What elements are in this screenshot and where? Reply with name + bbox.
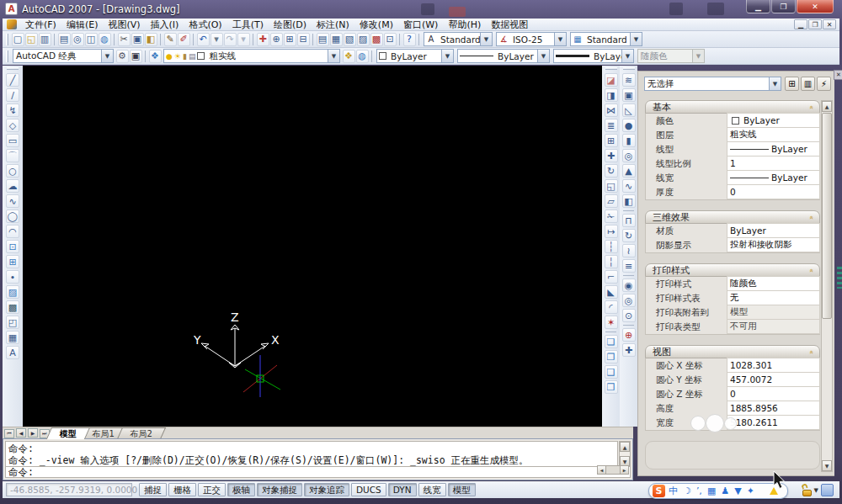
menu-item[interactable]: 修改(M) — [354, 19, 398, 31]
chevron-down-icon[interactable]: ▼ — [101, 50, 113, 62]
linetype-combo[interactable]: ByLayer ▼ — [457, 49, 550, 63]
stretch-icon[interactable]: ▱ — [605, 194, 618, 208]
properties-icon[interactable]: ▤ — [317, 33, 329, 46]
menu-item[interactable]: 工具(T) — [227, 19, 269, 31]
scroll-left-icon[interactable]: ◀ — [597, 465, 606, 475]
layer-lock-icon[interactable]: ▮ — [183, 52, 187, 61]
menu-item[interactable]: 窗口(W) — [398, 19, 443, 31]
property-value[interactable]: ByLayer — [727, 141, 820, 157]
extend-icon[interactable]: ↦ — [605, 225, 618, 238]
coordinate-display[interactable]: -46.8585, -257.9319, 0.0000 — [6, 483, 132, 496]
status-toggle-对象追踪[interactable]: 对象追踪 — [304, 483, 349, 496]
scrollbar-thumb[interactable] — [822, 113, 832, 319]
revision-cloud-icon[interactable]: ☁ — [6, 179, 19, 193]
fillet-icon[interactable]: ◜ — [605, 300, 618, 314]
block-editor-icon[interactable]: ✐ — [178, 33, 190, 46]
child-close-button[interactable]: ✕ — [823, 19, 836, 29]
ime-skin-icon[interactable]: ▼ — [734, 484, 741, 498]
collapse-chevron-icon[interactable]: « — [807, 350, 815, 354]
section-header[interactable]: 三维效果« — [645, 210, 820, 224]
chevron-down-icon[interactable]: ▼ — [630, 33, 642, 45]
ime-punct-icon[interactable]: ’, — [696, 484, 702, 498]
text-style-combo[interactable]: A Standard ▼ — [424, 32, 493, 46]
status-toggle-极轴[interactable]: 极轴 — [227, 483, 255, 496]
cone-icon[interactable]: ▲ — [622, 164, 636, 178]
insert-block-icon[interactable]: ⊡ — [6, 240, 19, 253]
polygon-icon[interactable]: ◇ — [6, 119, 19, 132]
bring-to-front-icon[interactable]: ❏ — [605, 335, 618, 348]
property-value[interactable]: 1 — [727, 156, 820, 171]
erase-icon[interactable]: ◪ — [605, 73, 618, 87]
union-icon[interactable]: ◉ — [622, 279, 636, 292]
copy-object-icon[interactable]: ◨ — [605, 88, 618, 102]
copy-icon[interactable]: ▣ — [131, 33, 144, 46]
undo-dropdown-icon[interactable]: ▾ — [210, 33, 223, 46]
tab-nav-button[interactable]: ▶ — [28, 428, 38, 438]
tab-布局2[interactable]: 布局2 — [117, 427, 167, 439]
tray-chevron-icon[interactable]: ▼ — [814, 487, 818, 494]
ime-tools-icon[interactable]: ✦ — [747, 484, 754, 498]
plot-preview-icon[interactable]: ◎ — [72, 33, 84, 46]
toolbar-lock-icon[interactable] — [801, 484, 812, 496]
explode-icon[interactable]: ✶ — [605, 316, 618, 329]
chevron-down-icon[interactable]: ▼ — [537, 50, 549, 62]
tab-nav-button[interactable]: ⏮ — [4, 429, 14, 438]
child-restore-button[interactable]: ❐ — [808, 19, 822, 29]
qnew-icon[interactable]: ▢ — [12, 33, 24, 46]
chevron-down-icon[interactable]: ▼ — [621, 50, 633, 62]
extrude-icon[interactable]: ⊓ — [622, 214, 636, 227]
ime-keyboard-icon[interactable]: ▦ — [707, 484, 716, 498]
status-toggle-正交[interactable]: 正交 — [198, 483, 226, 496]
dim-style-combo[interactable]: ∡ ISO-25 ▼ — [496, 32, 567, 46]
wedge-icon[interactable]: ◺ — [622, 103, 636, 117]
menu-item[interactable]: 标注(N) — [312, 19, 354, 31]
ime-user-icon[interactable]: ♟ — [721, 484, 729, 498]
3d-orbit-icon[interactable]: ⊕ — [622, 328, 636, 342]
property-value[interactable]: 0 — [727, 386, 820, 401]
paste-icon[interactable]: ◧ — [145, 33, 157, 46]
layer-freeze-icon[interactable]: ☀ — [174, 52, 181, 61]
layer-properties-manager-icon[interactable]: ❖ — [149, 50, 162, 63]
layer-on-bulb-icon[interactable]: ● — [166, 52, 173, 61]
polysolid-icon[interactable]: ≋ — [622, 73, 636, 87]
match-properties-icon[interactable]: ✎ — [164, 33, 177, 46]
publish-icon[interactable]: ◫ — [85, 33, 98, 46]
command-history[interactable]: 命令:命令: _-view 输入选项 [?/删除(D)/正交(O)/恢复(R)/… — [5, 441, 618, 467]
property-value[interactable]: 随颜色 — [727, 276, 820, 291]
array-icon[interactable]: ⊞ — [605, 134, 618, 147]
toolbar-grip[interactable] — [623, 67, 635, 70]
circle-icon[interactable]: ○ — [6, 164, 19, 178]
cut-icon[interactable]: ✂ — [118, 33, 131, 46]
ime-mode-icon[interactable]: ☽ — [683, 484, 691, 498]
menu-item[interactable]: 视图(V) — [103, 19, 145, 31]
toolbar-grip[interactable] — [7, 67, 19, 70]
plot-icon[interactable]: ▤ — [58, 33, 71, 46]
arc-icon[interactable]: ⌒ — [6, 149, 19, 162]
toolbar-grip[interactable] — [6, 34, 8, 45]
minimize-button[interactable]: ▁ — [746, 0, 770, 13]
quick-select-button[interactable]: ⚡ — [817, 77, 831, 91]
ime-lang-icon[interactable]: 中 — [669, 484, 678, 498]
collapse-chevron-icon[interactable]: « — [807, 215, 815, 220]
menu-item[interactable]: 文件(F) — [20, 19, 61, 31]
make-block-icon[interactable]: ⊞ — [6, 255, 19, 268]
palette-titlebar-grip[interactable] — [837, 267, 842, 289]
etransmit-icon[interactable]: ◍ — [99, 33, 111, 46]
sweep-icon[interactable]: ≀ — [622, 244, 636, 257]
scrollbar-track[interactable] — [606, 465, 620, 475]
property-value[interactable]: 无 — [727, 290, 820, 305]
ellipse-icon[interactable]: ◯ — [6, 210, 19, 223]
select-objects-button[interactable]: ▥ — [801, 77, 815, 91]
point-icon[interactable]: ∙ — [6, 270, 19, 284]
tool-palettes-icon[interactable]: ▧ — [344, 33, 356, 46]
zoom-window-icon[interactable]: ⊞ — [284, 33, 296, 46]
redo-icon[interactable]: ↷ — [224, 33, 237, 46]
property-value[interactable]: 1885.8956 — [727, 401, 820, 416]
table-icon[interactable]: ▦ — [6, 331, 19, 344]
menu-item[interactable]: 插入(I) — [146, 19, 184, 31]
layer-previous-icon[interactable]: ❖ — [343, 50, 355, 63]
send-under-icon[interactable]: ❒ — [605, 380, 618, 394]
revolve-icon[interactable]: ↻ — [622, 229, 636, 242]
sphere-icon[interactable]: ● — [622, 119, 636, 132]
redo-dropdown-icon[interactable]: ▾ — [237, 33, 250, 46]
